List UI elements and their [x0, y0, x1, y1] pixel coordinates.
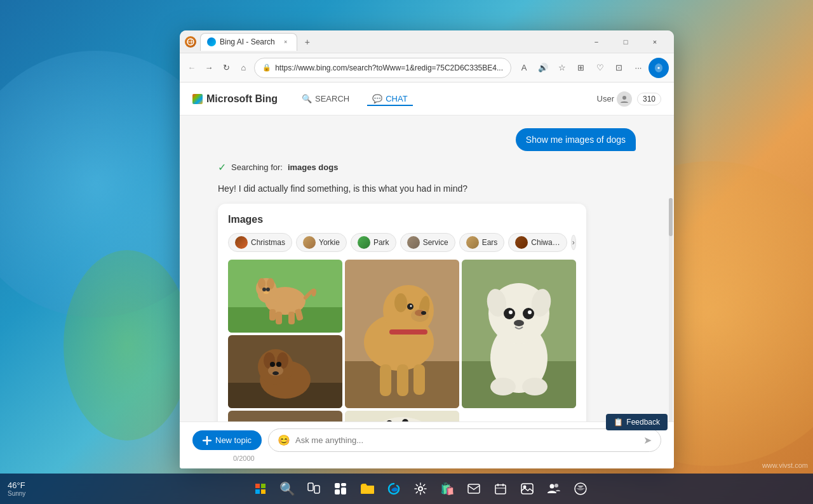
svg-point-39	[509, 310, 513, 314]
user-avatar	[617, 91, 632, 107]
filter-more-button[interactable]: ›	[571, 235, 576, 250]
collections-icon[interactable]: ⊞	[572, 59, 590, 77]
taskbar-explorer-icon[interactable]	[356, 477, 379, 500]
tab-title: Bing AI - Search	[220, 37, 275, 46]
nav-search[interactable]: 🔍 SEARCH	[297, 91, 354, 106]
profile-icon[interactable]: ♡	[591, 59, 609, 77]
dog-image-4[interactable]	[228, 335, 342, 408]
scrollbar-thumb[interactable]	[669, 198, 673, 236]
dog-image-1[interactable]	[228, 260, 342, 333]
filter-service[interactable]: Service	[400, 233, 455, 252]
chat-input-field[interactable]	[295, 435, 638, 445]
taskbar-store-icon[interactable]: 🛍️	[436, 477, 459, 500]
browser-window: Bing AI - Search × + − □ × ← → ↻ ⌂ 🔒 htt…	[180, 30, 674, 468]
weather-widget: 46°F Sunny	[8, 481, 25, 497]
tab-bar: Bing AI - Search × +	[200, 33, 579, 51]
user-button[interactable]: User	[597, 91, 632, 107]
dog-image-5[interactable]	[228, 411, 342, 421]
dog-image-6[interactable]	[345, 411, 459, 421]
feedback-button[interactable]: 📋 Feedback	[606, 414, 668, 430]
svg-point-52	[276, 362, 281, 367]
more-tools-icon[interactable]: ···	[629, 59, 647, 77]
bing-copilot-button[interactable]	[648, 58, 669, 78]
input-emoji-icon: 😊	[278, 434, 290, 446]
dog-image-3[interactable]	[462, 260, 576, 408]
lock-icon: 🔒	[262, 63, 271, 72]
back-button[interactable]: ←	[185, 59, 198, 77]
filter-yorkie[interactable]: Yorkie	[296, 233, 347, 252]
filter-chiwa-label: Chiwa…	[531, 238, 560, 247]
check-icon: ✓	[218, 161, 226, 173]
microsoft-logo-icon	[192, 94, 203, 104]
home-button[interactable]: ⌂	[237, 59, 250, 77]
active-tab[interactable]: Bing AI - Search ×	[200, 33, 297, 51]
points-value: 310	[643, 95, 655, 103]
svg-rect-14	[269, 309, 276, 321]
tab-close-button[interactable]: ×	[281, 37, 290, 46]
svg-point-1	[622, 96, 626, 100]
search-nav-label: SEARCH	[315, 94, 349, 103]
svg-point-11	[264, 291, 269, 294]
filter-christmas[interactable]: Christmas	[228, 233, 292, 252]
images-card-title: Images	[228, 214, 576, 225]
searching-label: Searching for:	[231, 162, 283, 172]
filter-park[interactable]: Park	[351, 233, 396, 252]
svg-point-85	[550, 484, 554, 489]
extensions-icon[interactable]: ⊡	[610, 59, 628, 77]
svg-rect-73	[335, 483, 340, 488]
weather-temperature: 46°F	[8, 481, 25, 490]
taskbar-xbox-icon[interactable]	[569, 477, 592, 500]
taskbar-mail-icon[interactable]	[462, 477, 485, 500]
send-icon[interactable]: ➤	[643, 434, 652, 446]
filter-park-label: Park	[373, 238, 389, 247]
bing-page: Microsoft Bing 🔍 SEARCH 💬 CHAT User 310	[180, 83, 674, 468]
ai-response-content: Hey! I did actually find something, is t…	[218, 183, 467, 194]
read-aloud-icon[interactable]: 🔊	[534, 59, 552, 77]
svg-point-20	[394, 293, 407, 312]
taskbar-search-icon[interactable]: 🔍	[276, 477, 299, 500]
new-topic-button[interactable]: New topic	[192, 430, 262, 450]
chat-nav-icon: 💬	[372, 94, 382, 103]
minimize-button[interactable]: −	[582, 33, 610, 51]
bing-navigation: Microsoft Bing 🔍 SEARCH 💬 CHAT User 310	[180, 83, 674, 116]
taskbar: 46°F Sunny 🔍 🛍️	[0, 474, 813, 504]
taskbar-photos-icon[interactable]	[516, 477, 539, 500]
address-bar: ← → ↻ ⌂ 🔒 https://www.bing.com/search?to…	[180, 53, 674, 83]
taskbar-taskview-icon[interactable]	[302, 477, 325, 500]
forward-button[interactable]: →	[202, 59, 215, 77]
filter-ears[interactable]: Ears	[459, 233, 505, 252]
taskbar-calendar-icon[interactable]	[489, 477, 512, 500]
filter-chiwa[interactable]: Chiwa…	[508, 233, 567, 252]
svg-rect-78	[468, 484, 480, 493]
scrollbar[interactable]	[669, 198, 673, 421]
nav-chat[interactable]: 💬 CHAT	[367, 91, 412, 106]
svg-point-24	[421, 311, 426, 315]
refresh-button[interactable]: ↻	[220, 59, 233, 77]
nav-right-section: User 310	[597, 91, 661, 107]
url-text: https://www.bing.com/search?toWww=1&redi…	[275, 63, 503, 72]
favorites-icon[interactable]: ☆	[553, 59, 571, 77]
reader-mode-icon[interactable]: A	[515, 59, 533, 77]
filter-service-avatar	[407, 236, 420, 249]
filter-ears-avatar	[466, 236, 479, 249]
chat-input-wrapper[interactable]: 😊 ➤	[268, 428, 661, 452]
new-tab-button[interactable]: +	[300, 34, 315, 50]
taskbar-settings-icon[interactable]	[409, 477, 432, 500]
browser-logo	[185, 36, 196, 48]
taskbar-teams-icon[interactable]	[542, 477, 565, 500]
address-field[interactable]: 🔒 https://www.bing.com/search?toWww=1&re…	[254, 58, 511, 78]
start-button[interactable]	[249, 477, 272, 500]
taskbar-edge-icon[interactable]	[382, 477, 405, 500]
window-controls: − □ ×	[582, 33, 669, 51]
feedback-label: Feedback	[626, 418, 660, 427]
svg-rect-13	[288, 312, 295, 324]
close-button[interactable]: ×	[641, 33, 669, 51]
dog-image-2[interactable]	[345, 260, 459, 408]
search-keyword: images dogs	[288, 162, 338, 172]
filter-chiwa-avatar	[515, 236, 528, 249]
svg-rect-74	[341, 483, 346, 486]
taskbar-widgets-icon[interactable]	[329, 477, 352, 500]
chat-area[interactable]: Show me images of dogs ✓ Searching for: …	[180, 116, 674, 421]
maximize-button[interactable]: □	[612, 33, 640, 51]
bg-decoration-green	[64, 250, 191, 441]
